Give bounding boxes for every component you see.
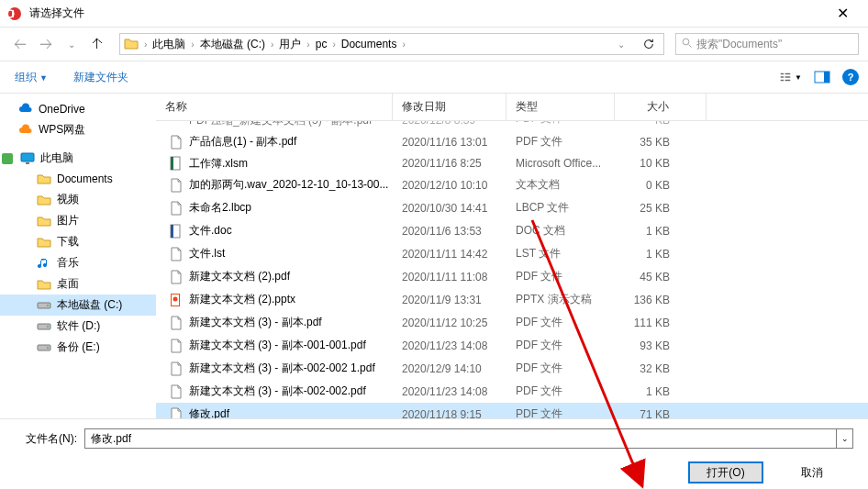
sidebar-item[interactable]: WPS网盘 [0,119,156,140]
file-row[interactable]: 文件.doc2020/11/6 13:53DOC 文档1 KB [156,219,868,242]
up-button[interactable]: 🡡 [86,33,108,55]
sidebar-label: 桌面 [57,276,79,292]
sidebar-item[interactable]: 图片 [0,210,156,231]
recent-dropdown[interactable]: ⌄ [61,33,83,55]
sidebar-label: 本地磁盘 (C:) [57,297,122,313]
file-row[interactable]: 新建文本文档 (3) - 副本-001-001.pdf2020/11/23 14… [156,334,868,357]
svg-rect-8 [785,76,791,77]
column-type[interactable]: 类型 [506,94,615,120]
column-name[interactable]: 名称 [156,94,393,120]
organize-button[interactable]: 组织▼ [9,68,53,87]
file-row[interactable]: 文件.lst2020/11/11 14:42LST 文件1 KB [156,242,868,265]
file-date: 2020/11/6 13:53 [393,223,506,239]
sidebar-item[interactable]: 桌面 [0,273,156,295]
breadcrumb-bar[interactable]: › 此电脑 › 本地磁盘 (C:) › 用户 › pc › Documents … [119,33,664,55]
sidebar-item[interactable]: 软件 (D:) [0,316,156,337]
file-name: 修改.pdf [189,406,229,418]
help-button[interactable]: ? [842,69,859,85]
file-name: 文件.doc [189,223,232,239]
file-row[interactable]: 修改.pdf2020/11/18 9:15PDF 文件71 KB [156,403,868,418]
sidebar-label: 此电脑 [40,150,73,166]
file-row[interactable]: 新建文本文档 (3) - 副本.pdf2020/11/12 10:25PDF 文… [156,311,868,334]
file-row[interactable]: PDF压缩_新建文本文档 (3) - 副本.pdf 2020/12/8 8:39… [156,121,868,130]
filename-input[interactable] [84,428,837,449]
svg-point-27 [173,296,178,301]
sidebar-label: OneDrive [39,103,85,116]
file-date: 2020/11/23 14:08 [393,338,506,354]
file-name: 新建文本文档 (3) - 副本-002-002 1.pdf [189,361,375,376]
svg-point-16 [47,305,49,306]
breadcrumb-item[interactable]: pc [312,38,331,50]
sidebar-label: 下载 [57,234,79,250]
breadcrumb-item[interactable]: 本地磁盘 (C:) [196,37,269,52]
svg-point-0 [8,7,21,20]
file-type: DOC 文档 [506,221,615,240]
forward-button: 🡢 [35,33,57,55]
file-date: 2020/12/10 10:10 [393,177,506,194]
sidebar-item[interactable]: OneDrive [0,99,156,119]
sidebar-label: 音乐 [57,255,79,271]
column-date[interactable]: 修改日期 [393,94,506,120]
file-row[interactable]: 加的那两句.wav_2020-12-10_10-13-00...2020/12/… [156,173,868,196]
file-icon [169,361,184,376]
view-button[interactable]: ▼ [780,66,802,88]
file-row[interactable]: 新建文本文档 (3) - 副本-002-002.pdf2020/11/23 14… [156,380,868,403]
file-type: 文本文档 [506,175,615,194]
file-size: 1 KB [615,246,707,262]
search-icon [682,38,693,51]
svg-rect-14 [26,162,29,164]
svg-rect-4 [781,73,785,74]
back-button[interactable]: 🡠 [9,33,31,55]
sidebar-item[interactable]: 下载 [0,231,156,252]
close-button[interactable]: ✕ [824,1,861,27]
sidebar-item[interactable]: 此电脑 [0,148,156,169]
file-date: 2020/11/11 11:08 [393,269,506,285]
breadcrumb-item[interactable]: 此电脑 [149,37,189,52]
file-icon [169,135,184,150]
sidebar-item[interactable]: 视频 [0,189,156,210]
file-row[interactable]: 新建文本文档 (3) - 副本-002-002 1.pdf2020/12/9 1… [156,357,868,380]
file-row[interactable]: 新建文本文档 (2).pdf2020/11/11 11:08PDF 文件45 K… [156,265,868,288]
breadcrumb-item[interactable]: 用户 [275,37,305,52]
file-row[interactable]: 新建文本文档 (2).pptx2020/11/9 13:31PPTX 演示文稿1… [156,288,868,311]
sidebar-item[interactable]: 备份 (E:) [0,337,156,358]
file-row[interactable]: 工作簿.xlsm2020/11/16 8:25Microsoft Office.… [156,153,868,173]
file-size: 45 KB [615,269,707,285]
folder-icon [37,193,51,207]
svg-rect-5 [781,76,785,77]
file-type: PDF 文件 [506,132,615,151]
file-name: 新建文本文档 (3) - 副本.pdf [189,315,322,330]
new-folder-button[interactable]: 新建文件夹 [68,68,134,87]
svg-point-20 [47,347,49,349]
sidebar-label: WPS网盘 [39,122,85,138]
chevron-right-icon: › [189,39,195,50]
open-button[interactable]: 打开(O) [688,461,763,483]
sidebar-label: Documents [57,172,113,185]
sidebar-item[interactable]: Documents [0,169,156,189]
drive-icon [37,319,51,334]
sidebar-item[interactable]: 本地磁盘 (C:) [0,295,156,316]
file-size: 71 KB [615,406,707,419]
file-row[interactable]: 未命名2.lbcp2020/10/30 14:41LBCP 文件25 KB [156,196,868,219]
column-size[interactable]: 大小 [615,94,707,120]
preview-toggle[interactable] [811,66,833,88]
filename-dropdown[interactable]: ⌄ [837,428,853,449]
file-date: 2020/11/11 14:42 [393,246,506,262]
file-size: 111 KB [615,315,707,331]
folder-icon [124,37,139,51]
breadcrumb-item[interactable]: Documents [338,38,401,50]
file-type: PDF 文件 [506,267,615,286]
file-name: 未命名2.lbcp [189,200,251,216]
refresh-button[interactable] [638,33,660,55]
sidebar-label: 软件 (D:) [57,318,100,334]
drive-icon [37,298,51,313]
history-dropdown-icon[interactable]: ⌄ [610,33,632,55]
file-icon [169,316,184,330]
file-icon [169,201,184,216]
folder-icon [37,172,51,186]
cancel-button[interactable]: 取消 [774,461,850,483]
monitor-icon [20,151,35,166]
search-input[interactable]: 搜索"Documents" [675,33,859,55]
file-row[interactable]: 产品信息(1) - 副本.pdf2020/11/16 13:01PDF 文件35… [156,130,868,153]
sidebar-item[interactable]: 音乐 [0,252,156,273]
